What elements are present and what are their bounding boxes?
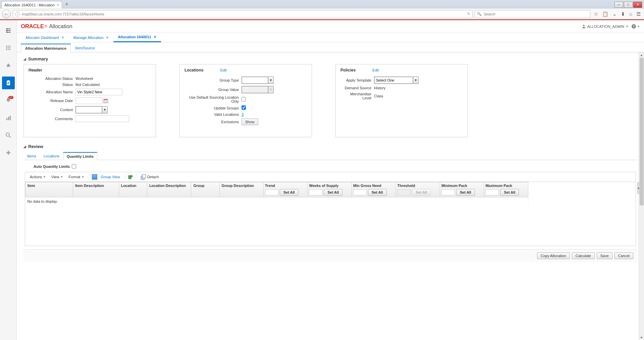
browser-back-button[interactable]: ←	[2, 10, 11, 18]
col-location-description[interactable]: Location Description	[147, 182, 191, 197]
weeks-set-all-input[interactable]	[309, 189, 322, 195]
locations-edit-link[interactable]: Edit	[220, 68, 227, 72]
bookmark-star-icon[interactable]: ☆	[594, 11, 598, 17]
chevron-down-icon[interactable]: ▼	[413, 77, 418, 84]
tab-close-icon[interactable]: ×	[106, 35, 109, 40]
policies-edit-link[interactable]: Edit	[372, 68, 379, 72]
subtab-item-source[interactable]: Item/Source	[71, 44, 99, 52]
col-item[interactable]: Item	[25, 182, 73, 197]
col-maximum-pack[interactable]: Maximum Pack Set All	[484, 182, 528, 197]
hamburger-menu-icon[interactable]: ☰	[636, 11, 641, 17]
home-icon[interactable]: ⌂	[629, 11, 632, 17]
window-close-button[interactable]: ✕	[633, 2, 642, 8]
trend-set-all-button[interactable]: Set All	[280, 189, 299, 196]
copy-allocation-button[interactable]: Copy Allocation	[537, 252, 570, 259]
review-section-header[interactable]: ◢ Review	[23, 144, 637, 149]
rail-favorites-button[interactable]	[2, 59, 15, 72]
summary-section-header[interactable]: ◢ Summary	[23, 56, 637, 61]
scroll-down-arrow[interactable]: ▼	[639, 335, 644, 340]
window-minimize-button[interactable]: —	[614, 2, 623, 8]
tab-close-icon[interactable]: ×	[62, 35, 64, 40]
col-trend[interactable]: Trend Set All	[264, 182, 308, 197]
browser-tab[interactable]: Allocation 1640011 : Allocation ×	[1, 1, 62, 8]
update-groups-checkbox[interactable]	[241, 105, 246, 110]
browser-search-input[interactable]	[484, 12, 588, 16]
show-exclusions-button[interactable]: Show	[241, 118, 258, 125]
col-item-description[interactable]: Item Description	[73, 182, 119, 197]
rail-apps-button[interactable]	[2, 42, 15, 54]
user-menu[interactable]: ALLOCATION_ADMIN ▼	[582, 24, 629, 29]
refresh-icon[interactable]: ↻	[467, 12, 470, 16]
table-icon[interactable]	[92, 174, 97, 180]
chevron-down-icon[interactable]: ▼	[268, 77, 273, 84]
chevron-down-icon[interactable]: ▼	[102, 106, 107, 113]
col-minimum-pack[interactable]: Minimum Pack Set All	[440, 182, 484, 197]
release-date-input[interactable]	[75, 97, 102, 104]
group-view-link[interactable]: Group View	[99, 175, 122, 179]
col-threshold[interactable]: Threshold Set All	[396, 182, 440, 197]
min-gross-set-all-input[interactable]	[353, 189, 367, 195]
col-min-gross-need[interactable]: Min Gross Need Set All	[352, 182, 395, 197]
rail-add-button[interactable]	[2, 146, 15, 159]
context-select[interactable]: ▼	[75, 106, 108, 113]
valid-locations-link[interactable]: 3	[241, 112, 244, 116]
rail-reports-button[interactable]	[2, 111, 15, 124]
apply-template-input[interactable]	[374, 77, 413, 84]
clipboard-icon[interactable]: 📋	[602, 11, 608, 17]
col-group[interactable]: Group	[191, 182, 219, 197]
group-type-select[interactable]: ▼	[241, 77, 274, 84]
col-weeks-of-supply[interactable]: Weeks of Supply Set All	[308, 182, 352, 197]
scroll-up-arrow[interactable]: ▲	[639, 52, 644, 58]
subtab-allocation-maintenance[interactable]: Allocation Maintenance	[21, 44, 71, 52]
auto-quantity-limits-checkbox[interactable]	[72, 164, 76, 168]
weeks-set-all-button[interactable]: Set All	[324, 189, 342, 196]
rail-search-button[interactable]	[2, 129, 15, 142]
review-tab-locations[interactable]: Locations	[40, 152, 63, 160]
trend-set-all-input[interactable]	[265, 189, 278, 195]
tab-allocation-detail[interactable]: Allocation 1640011 ×	[113, 33, 161, 42]
save-button[interactable]: Save	[597, 252, 612, 259]
min-gross-set-all-button[interactable]: Set All	[368, 189, 387, 196]
max-pack-set-all-button[interactable]: Set All	[500, 189, 519, 196]
vertical-scrollbar[interactable]: ▲ ▼ ◂	[639, 52, 644, 340]
review-tab-quantity-limits[interactable]: Quantity Limits	[63, 152, 97, 160]
calendar-icon[interactable]	[103, 98, 108, 103]
quantity-limits-table-container[interactable]: Item Item Description Location Location …	[25, 182, 636, 246]
tab-close-icon[interactable]: ×	[154, 35, 156, 39]
context-input[interactable]	[76, 106, 102, 113]
calculate-button[interactable]: Calculate	[572, 252, 595, 259]
new-tab-button[interactable]: ＋	[64, 1, 69, 8]
view-menu[interactable]: View ▼	[49, 174, 65, 180]
rail-tasks-button[interactable]	[2, 77, 15, 89]
allocation-name-input[interactable]	[75, 89, 122, 95]
review-tab-items[interactable]: Items	[23, 152, 40, 160]
pocket-icon[interactable]: ⌄	[612, 11, 617, 17]
help-button[interactable]: ? ▼	[631, 24, 640, 29]
downloads-icon[interactable]: ⬇	[621, 11, 625, 17]
tab-allocator-dashboard[interactable]: Allocator Dashboard ×	[21, 33, 69, 42]
site-info-icon[interactable]: i	[15, 12, 20, 16]
panel-splitter-handle[interactable]: ◂	[637, 182, 639, 194]
url-bar[interactable]: i msp00aci.us.oracle.com:7157/alloc16/fa…	[13, 10, 473, 18]
format-menu[interactable]: Format ▼	[67, 174, 87, 180]
min-pack-set-all-button[interactable]: Set All	[456, 189, 475, 196]
col-location[interactable]: Location	[119, 182, 147, 197]
max-pack-set-all-input[interactable]	[485, 189, 499, 195]
tab-manage-allocation[interactable]: Manage Allocation ×	[69, 33, 113, 42]
export-icon[interactable]	[128, 174, 133, 180]
scroll-track[interactable]	[639, 205, 644, 335]
group-type-input[interactable]	[242, 77, 268, 84]
rail-notifications-button[interactable]: 17	[2, 94, 15, 107]
browser-search-bar[interactable]: 🔍	[475, 10, 590, 18]
browser-tab-close-icon[interactable]: ×	[57, 2, 59, 7]
comments-input[interactable]	[75, 115, 129, 122]
col-group-description[interactable]: Group Description	[219, 182, 263, 197]
min-pack-set-all-input[interactable]	[441, 189, 455, 195]
window-maximize-button[interactable]: □	[624, 2, 633, 8]
cancel-button[interactable]: Cancel	[614, 252, 633, 259]
actions-menu[interactable]: Actions ▼	[28, 174, 48, 180]
detach-button[interactable]: Detach	[139, 174, 161, 180]
rail-toggle-button[interactable]	[2, 24, 15, 37]
use-default-sourcing-checkbox[interactable]	[241, 97, 246, 101]
scroll-thumb[interactable]	[640, 58, 644, 205]
